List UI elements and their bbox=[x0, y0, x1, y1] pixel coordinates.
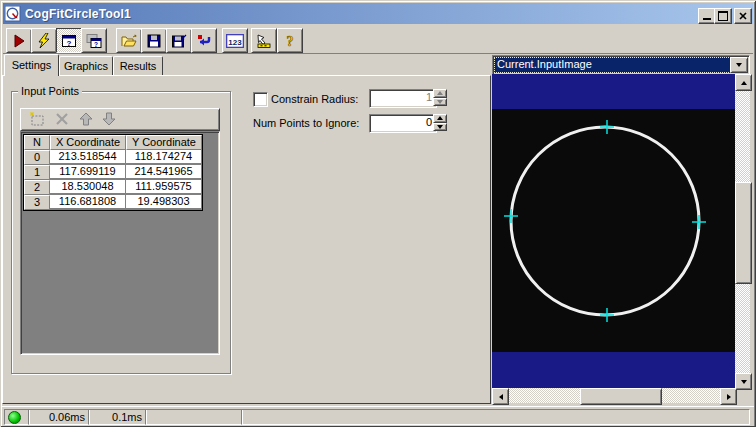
scroll-right-icon bbox=[727, 394, 731, 400]
constrain-radius-label: Constrain Radius: bbox=[271, 93, 358, 105]
cell-y[interactable]: 214.541965 bbox=[126, 165, 202, 179]
electrode-icon bbox=[256, 33, 272, 49]
open-button[interactable] bbox=[116, 28, 142, 53]
row-header[interactable]: 1 bbox=[24, 165, 50, 180]
close-button[interactable] bbox=[734, 8, 752, 24]
scroll-left-button[interactable] bbox=[492, 388, 509, 405]
spin-up-icon bbox=[437, 116, 443, 120]
scroll-down-icon bbox=[741, 380, 747, 384]
row-header[interactable]: 2 bbox=[24, 180, 50, 195]
tab-graphics[interactable]: Graphics bbox=[59, 56, 113, 76]
constrain-radius-checkbox[interactable] bbox=[253, 92, 268, 107]
svg-text:?: ? bbox=[94, 41, 98, 48]
status-led-icon bbox=[8, 411, 21, 424]
run-button[interactable] bbox=[6, 28, 32, 53]
window-title: CogFitCircleTool1 bbox=[25, 7, 131, 21]
status-time2-panel: 0.1ms bbox=[88, 409, 147, 425]
floppy-arrow-icon bbox=[171, 33, 187, 49]
scroll-left-icon bbox=[499, 394, 503, 400]
minimize-icon bbox=[703, 18, 711, 20]
col-header-x: X Coordinate bbox=[50, 135, 126, 150]
123-icon: 123 bbox=[226, 34, 244, 48]
image-source-combo[interactable]: Current.InputImage bbox=[492, 55, 750, 75]
cell-x[interactable]: 116.681808 bbox=[50, 195, 126, 209]
image-source-selected: Current.InputImage bbox=[494, 57, 731, 73]
add-point-button[interactable] bbox=[29, 111, 49, 127]
revert-arrow-icon bbox=[196, 33, 212, 49]
scroll-up-icon bbox=[741, 81, 747, 85]
save-button[interactable] bbox=[141, 28, 167, 53]
hscroll-thumb[interactable] bbox=[580, 388, 662, 405]
row-header[interactable]: 3 bbox=[24, 195, 50, 210]
revert-button[interactable] bbox=[191, 28, 217, 53]
vscroll-thumb[interactable] bbox=[735, 182, 752, 284]
floppy-icon bbox=[146, 33, 162, 49]
cell-y[interactable]: 118.174274 bbox=[126, 150, 202, 164]
cell-y[interactable]: 111.959575 bbox=[126, 180, 202, 194]
show-image-display-button[interactable]: ? bbox=[56, 28, 82, 53]
settings-tab-page: Input Points bbox=[2, 75, 491, 404]
fitted-circle bbox=[511, 127, 699, 315]
image-vscrollbar[interactable] bbox=[735, 74, 750, 388]
constrain-radius-spinner bbox=[433, 89, 447, 106]
scroll-right-button[interactable] bbox=[720, 388, 737, 405]
points-grid-container: N X Coordinate Y Coordinate 0 213.518544… bbox=[20, 131, 220, 355]
tab-settings-label: Settings bbox=[12, 59, 52, 71]
row-header[interactable]: 0 bbox=[24, 150, 50, 165]
numeric-display-button[interactable]: 123 bbox=[222, 28, 248, 53]
spin-down-icon bbox=[437, 100, 443, 104]
move-point-up-button[interactable] bbox=[78, 111, 98, 127]
constrain-radius-input: 1 bbox=[369, 89, 437, 108]
move-point-down-button[interactable] bbox=[101, 111, 121, 127]
svg-text:123: 123 bbox=[228, 37, 242, 46]
spin-up-icon bbox=[437, 91, 443, 95]
image-canvas[interactable] bbox=[492, 74, 735, 388]
tab-results-label: Results bbox=[120, 60, 157, 72]
scroll-down-button[interactable] bbox=[735, 373, 752, 390]
spin-up-button[interactable] bbox=[433, 114, 447, 123]
save-as-button[interactable] bbox=[166, 28, 192, 53]
image-overlay-svg bbox=[492, 74, 735, 388]
title-bar[interactable]: CogFitCircleTool1 bbox=[3, 3, 753, 24]
float-image-display-button[interactable]: ? bbox=[81, 28, 107, 53]
cell-x[interactable]: 18.530048 bbox=[50, 180, 126, 194]
spin-down-icon bbox=[437, 125, 443, 129]
maximize-button[interactable] bbox=[714, 8, 732, 24]
scroll-up-button[interactable] bbox=[735, 74, 752, 91]
spin-down-button[interactable] bbox=[433, 123, 447, 132]
input-points-group: Input Points bbox=[11, 91, 231, 374]
delete-point-button[interactable] bbox=[54, 111, 74, 127]
move-down-icon bbox=[101, 111, 117, 127]
point-markers bbox=[504, 120, 706, 322]
open-folder-icon bbox=[121, 33, 138, 49]
window-float-icon: ? bbox=[86, 33, 102, 49]
status-time1-panel: 0.06ms bbox=[28, 409, 90, 425]
cell-x[interactable]: 213.518544 bbox=[50, 150, 126, 164]
electrode-button[interactable] bbox=[251, 28, 277, 53]
status-bar: 0.06ms 0.1ms bbox=[2, 406, 754, 426]
svg-text:?: ? bbox=[67, 39, 72, 48]
num-points-ignore-spinner[interactable] bbox=[433, 114, 447, 131]
num-points-ignore-label: Num Points to Ignore: bbox=[253, 117, 359, 129]
cog-fit-circle-tool-window: CogFitCircleTool1 bbox=[0, 0, 756, 427]
col-header-n: N bbox=[24, 135, 50, 150]
tab-results[interactable]: Results bbox=[113, 56, 163, 76]
maximize-icon bbox=[718, 11, 728, 21]
run-electric-button[interactable] bbox=[31, 28, 57, 53]
num-points-ignore-input[interactable]: 0 bbox=[369, 114, 437, 133]
help-button[interactable]: ? bbox=[277, 28, 303, 53]
status-panel-3 bbox=[145, 409, 243, 425]
tab-graphics-label: Graphics bbox=[64, 60, 108, 72]
move-up-icon bbox=[78, 111, 94, 127]
image-hscrollbar[interactable] bbox=[492, 388, 735, 403]
svg-text:?: ? bbox=[287, 34, 294, 49]
combo-dropdown-button[interactable] bbox=[730, 57, 748, 73]
spin-down-button bbox=[433, 98, 447, 107]
cell-x[interactable]: 117.699119 bbox=[50, 165, 126, 179]
cell-y[interactable]: 19.498303 bbox=[126, 195, 202, 209]
tab-settings[interactable]: Settings bbox=[4, 54, 59, 76]
window-question-icon: ? bbox=[61, 33, 77, 49]
lightning-icon bbox=[36, 33, 52, 49]
main-toolbar: ? ? bbox=[3, 26, 753, 54]
new-point-icon bbox=[29, 111, 47, 127]
